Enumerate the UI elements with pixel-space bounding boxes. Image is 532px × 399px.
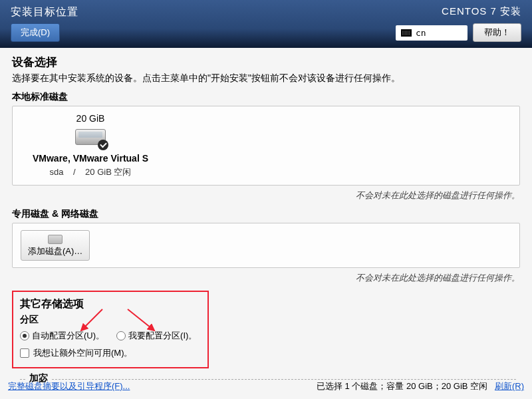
keyboard-icon — [401, 29, 412, 37]
extra-space-checkbox[interactable]: 我想让额外空间可用(M)。 — [20, 347, 201, 359]
help-button[interactable]: 帮助！ — [473, 23, 521, 42]
header-left: 安装目标位置 完成(D) — [11, 5, 78, 42]
add-disk-icon — [48, 235, 63, 244]
disk-item-sda[interactable]: 20 GiB VMware, VMware Virtual S sda / 20… — [21, 113, 160, 178]
refresh-link[interactable]: 刷新(R) — [495, 381, 524, 391]
device-selection-desc: 选择要在其中安装系统的设备。点击主菜单中的"开始安装"按钮前不会对该设备进行任何… — [12, 72, 520, 84]
device-selection-title: 设备选择 — [12, 55, 520, 70]
radio-icon — [116, 331, 126, 340]
disk-status-text: 已选择 1 个磁盘；容量 20 GiB；20 GiB 空闲 — [317, 381, 487, 391]
special-disks-panel: 添加磁盘(A)… — [12, 223, 520, 268]
page-title: 安装目标位置 — [11, 5, 78, 19]
extra-space-label: 我想让额外空间可用(M)。 — [33, 347, 133, 359]
partition-label: 分区 — [20, 314, 201, 326]
local-disks-note: 不会对未在此处选择的磁盘进行任何操作。 — [12, 190, 520, 201]
disk-detail: sda / 20 GiB 空闲 — [50, 166, 132, 178]
auto-partition-label: 自动配置分区(U)。 — [32, 330, 104, 342]
disk-size: 20 GiB — [76, 113, 105, 124]
manual-partition-label: 我要配置分区(I)。 — [128, 330, 197, 342]
add-disk-button[interactable]: 添加磁盘(A)… — [21, 230, 90, 261]
full-disk-summary-link[interactable]: 完整磁盘摘要以及引导程序(F)... — [8, 380, 130, 392]
keyboard-layout-indicator[interactable]: cn — [396, 25, 467, 41]
special-disks-label: 专用磁盘 & 网络磁盘 — [12, 208, 520, 220]
footer-right: 已选择 1 个磁盘；容量 20 GiB；20 GiB 空闲 刷新(R) — [317, 380, 524, 392]
header-controls: cn 帮助！ — [396, 23, 521, 42]
keyboard-layout-text: cn — [416, 28, 426, 38]
disk-name: VMware, VMware Virtual S — [33, 153, 148, 164]
content-area: 设备选择 选择要在其中安装系统的设备。点击主菜单中的"开始安装"按钮前不会对该设… — [0, 48, 532, 391]
header-bar: 安装目标位置 完成(D) CENTOS 7 安装 cn 帮助！ — [0, 0, 532, 48]
header-right: CENTOS 7 安装 cn 帮助！ — [396, 5, 521, 42]
add-disk-label: 添加磁盘(A)… — [28, 245, 82, 257]
done-button[interactable]: 完成(D) — [11, 23, 60, 42]
manual-partition-radio[interactable]: 我要配置分区(I)。 — [116, 330, 197, 342]
storage-options-highlight: 其它存储选项 分区 自动配置分区(U)。 我要配置分区(I)。 我想让额外空间可… — [12, 291, 209, 368]
storage-options-title: 其它存储选项 — [20, 297, 201, 311]
partition-radio-row: 自动配置分区(U)。 我要配置分区(I)。 — [20, 330, 201, 342]
local-disks-label: 本地标准磁盘 — [12, 91, 520, 103]
checkbox-icon — [20, 348, 29, 358]
radio-icon — [20, 331, 29, 340]
selected-check-icon — [98, 140, 108, 150]
hard-disk-icon — [75, 129, 106, 148]
install-product-label: CENTOS 7 安装 — [442, 5, 521, 18]
local-disks-panel: 20 GiB VMware, VMware Virtual S sda / 20… — [12, 106, 520, 186]
special-disks-note: 不会对未在此处选择的磁盘进行任何操作。 — [12, 272, 520, 284]
footer-bar: 完整磁盘摘要以及引导程序(F)... 已选择 1 个磁盘；容量 20 GiB；2… — [8, 380, 524, 392]
auto-partition-radio[interactable]: 自动配置分区(U)。 — [20, 330, 104, 342]
